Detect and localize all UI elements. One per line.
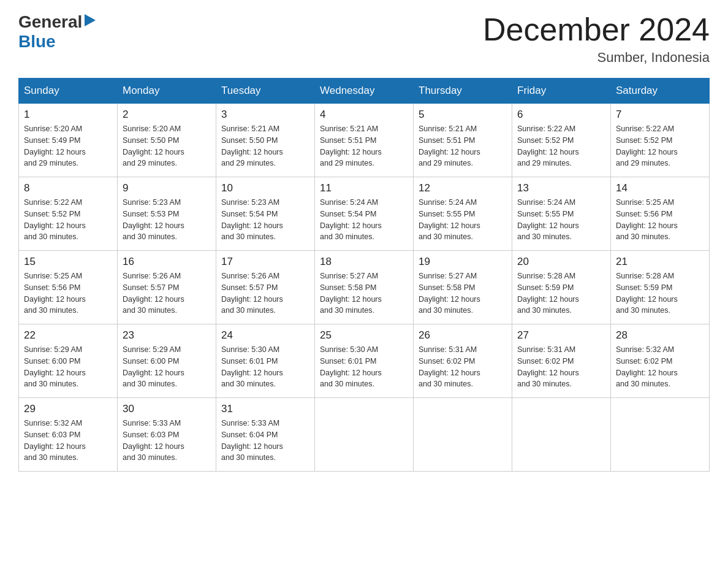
day-number: 26: [419, 329, 507, 342]
calendar-week-row: 1Sunrise: 5:20 AMSunset: 5:49 PMDaylight…: [19, 104, 710, 177]
calendar-cell: 3Sunrise: 5:21 AMSunset: 5:50 PMDaylight…: [216, 104, 315, 177]
calendar-cell: 24Sunrise: 5:30 AMSunset: 6:01 PMDayligh…: [216, 324, 315, 398]
calendar-cell: 10Sunrise: 5:23 AMSunset: 5:54 PMDayligh…: [216, 177, 315, 251]
calendar-week-row: 15Sunrise: 5:25 AMSunset: 5:56 PMDayligh…: [19, 251, 710, 324]
day-info: Sunrise: 5:29 AMSunset: 6:00 PMDaylight:…: [123, 344, 211, 390]
day-number: 29: [24, 403, 112, 415]
calendar-cell: 22Sunrise: 5:29 AMSunset: 6:00 PMDayligh…: [19, 324, 118, 398]
day-number: 31: [221, 403, 309, 415]
col-wednesday: Wednesday: [315, 79, 414, 104]
day-number: 27: [517, 329, 605, 342]
day-info: Sunrise: 5:24 AMSunset: 5:55 PMDaylight:…: [517, 197, 605, 243]
day-number: 25: [320, 329, 408, 342]
day-number: 4: [320, 109, 408, 121]
calendar-cell: [512, 398, 611, 472]
day-number: 1: [24, 109, 112, 121]
day-number: 6: [517, 109, 605, 121]
col-thursday: Thursday: [414, 79, 512, 104]
day-info: Sunrise: 5:24 AMSunset: 5:54 PMDaylight:…: [320, 197, 408, 243]
day-info: Sunrise: 5:21 AMSunset: 5:51 PMDaylight:…: [419, 123, 507, 169]
day-number: 28: [616, 329, 704, 342]
calendar-cell: 28Sunrise: 5:32 AMSunset: 6:02 PMDayligh…: [611, 324, 710, 398]
calendar-cell: 18Sunrise: 5:27 AMSunset: 5:58 PMDayligh…: [315, 251, 414, 324]
calendar-cell: [315, 398, 414, 472]
calendar-week-row: 29Sunrise: 5:32 AMSunset: 6:03 PMDayligh…: [19, 398, 710, 472]
calendar-cell: 4Sunrise: 5:21 AMSunset: 5:51 PMDaylight…: [315, 104, 414, 177]
calendar-cell: 6Sunrise: 5:22 AMSunset: 5:52 PMDaylight…: [512, 104, 611, 177]
day-number: 18: [320, 256, 408, 268]
day-number: 15: [24, 256, 112, 268]
day-info: Sunrise: 5:29 AMSunset: 6:00 PMDaylight:…: [24, 344, 112, 390]
logo-general-text: General: [18, 12, 82, 32]
day-info: Sunrise: 5:32 AMSunset: 6:02 PMDaylight:…: [616, 344, 704, 390]
calendar-cell: 14Sunrise: 5:25 AMSunset: 5:56 PMDayligh…: [611, 177, 710, 251]
day-number: 3: [221, 109, 309, 121]
calendar-week-row: 22Sunrise: 5:29 AMSunset: 6:00 PMDayligh…: [19, 324, 710, 398]
calendar-cell: 31Sunrise: 5:33 AMSunset: 6:04 PMDayligh…: [216, 398, 315, 472]
calendar-cell: [414, 398, 512, 472]
calendar-week-row: 8Sunrise: 5:22 AMSunset: 5:52 PMDaylight…: [19, 177, 710, 251]
col-tuesday: Tuesday: [216, 79, 315, 104]
col-saturday: Saturday: [611, 79, 710, 104]
calendar-cell: 2Sunrise: 5:20 AMSunset: 5:50 PMDaylight…: [118, 104, 216, 177]
day-number: 9: [123, 182, 211, 194]
day-info: Sunrise: 5:20 AMSunset: 5:50 PMDaylight:…: [123, 123, 211, 169]
calendar-header-row: Sunday Monday Tuesday Wednesday Thursday…: [19, 79, 710, 104]
day-info: Sunrise: 5:26 AMSunset: 5:57 PMDaylight:…: [123, 270, 211, 316]
calendar-cell: 8Sunrise: 5:22 AMSunset: 5:52 PMDaylight…: [19, 177, 118, 251]
day-info: Sunrise: 5:31 AMSunset: 6:02 PMDaylight:…: [517, 344, 605, 390]
calendar-cell: 30Sunrise: 5:33 AMSunset: 6:03 PMDayligh…: [118, 398, 216, 472]
day-info: Sunrise: 5:27 AMSunset: 5:58 PMDaylight:…: [419, 270, 507, 316]
day-info: Sunrise: 5:30 AMSunset: 6:01 PMDaylight:…: [221, 344, 309, 390]
day-number: 24: [221, 329, 309, 342]
calendar-cell: 5Sunrise: 5:21 AMSunset: 5:51 PMDaylight…: [414, 104, 512, 177]
calendar-cell: 16Sunrise: 5:26 AMSunset: 5:57 PMDayligh…: [118, 251, 216, 324]
logo-blue-text: Blue: [18, 32, 56, 51]
calendar-cell: 25Sunrise: 5:30 AMSunset: 6:01 PMDayligh…: [315, 324, 414, 398]
day-info: Sunrise: 5:23 AMSunset: 5:54 PMDaylight:…: [221, 197, 309, 243]
logo-triangle-icon: [83, 14, 97, 28]
calendar-cell: 7Sunrise: 5:22 AMSunset: 5:52 PMDaylight…: [611, 104, 710, 177]
day-info: Sunrise: 5:25 AMSunset: 5:56 PMDaylight:…: [616, 197, 704, 243]
day-number: 11: [320, 182, 408, 194]
svg-marker-0: [85, 14, 96, 26]
title-block: December 2024 Sumber, Indonesia: [483, 12, 710, 66]
calendar-cell: 26Sunrise: 5:31 AMSunset: 6:02 PMDayligh…: [414, 324, 512, 398]
col-friday: Friday: [512, 79, 611, 104]
day-info: Sunrise: 5:22 AMSunset: 5:52 PMDaylight:…: [24, 197, 112, 243]
month-title: December 2024: [483, 12, 710, 47]
day-number: 5: [419, 109, 507, 121]
day-number: 22: [24, 329, 112, 342]
calendar-cell: [611, 398, 710, 472]
calendar-cell: 11Sunrise: 5:24 AMSunset: 5:54 PMDayligh…: [315, 177, 414, 251]
calendar-cell: 9Sunrise: 5:23 AMSunset: 5:53 PMDaylight…: [118, 177, 216, 251]
day-info: Sunrise: 5:22 AMSunset: 5:52 PMDaylight:…: [616, 123, 704, 169]
day-number: 7: [616, 109, 704, 121]
day-number: 17: [221, 256, 309, 268]
day-info: Sunrise: 5:30 AMSunset: 6:01 PMDaylight:…: [320, 344, 408, 390]
day-number: 30: [123, 403, 211, 415]
day-number: 8: [24, 182, 112, 194]
day-number: 23: [123, 329, 211, 342]
day-info: Sunrise: 5:21 AMSunset: 5:50 PMDaylight:…: [221, 123, 309, 169]
day-info: Sunrise: 5:31 AMSunset: 6:02 PMDaylight:…: [419, 344, 507, 390]
calendar-cell: 29Sunrise: 5:32 AMSunset: 6:03 PMDayligh…: [19, 398, 118, 472]
day-info: Sunrise: 5:25 AMSunset: 5:56 PMDaylight:…: [24, 270, 112, 316]
day-number: 2: [123, 109, 211, 121]
day-info: Sunrise: 5:24 AMSunset: 5:55 PMDaylight:…: [419, 197, 507, 243]
day-info: Sunrise: 5:27 AMSunset: 5:58 PMDaylight:…: [320, 270, 408, 316]
calendar-cell: 20Sunrise: 5:28 AMSunset: 5:59 PMDayligh…: [512, 251, 611, 324]
day-info: Sunrise: 5:32 AMSunset: 6:03 PMDaylight:…: [24, 418, 112, 464]
day-number: 13: [517, 182, 605, 194]
day-info: Sunrise: 5:23 AMSunset: 5:53 PMDaylight:…: [123, 197, 211, 243]
calendar-cell: 21Sunrise: 5:28 AMSunset: 5:59 PMDayligh…: [611, 251, 710, 324]
calendar-cell: 23Sunrise: 5:29 AMSunset: 6:00 PMDayligh…: [118, 324, 216, 398]
page-header: General Blue December 2024 Sumber, Indon…: [18, 12, 710, 66]
day-number: 21: [616, 256, 704, 268]
day-info: Sunrise: 5:28 AMSunset: 5:59 PMDaylight:…: [517, 270, 605, 316]
day-info: Sunrise: 5:28 AMSunset: 5:59 PMDaylight:…: [616, 270, 704, 316]
day-number: 16: [123, 256, 211, 268]
calendar-cell: 15Sunrise: 5:25 AMSunset: 5:56 PMDayligh…: [19, 251, 118, 324]
calendar-cell: 13Sunrise: 5:24 AMSunset: 5:55 PMDayligh…: [512, 177, 611, 251]
day-info: Sunrise: 5:20 AMSunset: 5:49 PMDaylight:…: [24, 123, 112, 169]
